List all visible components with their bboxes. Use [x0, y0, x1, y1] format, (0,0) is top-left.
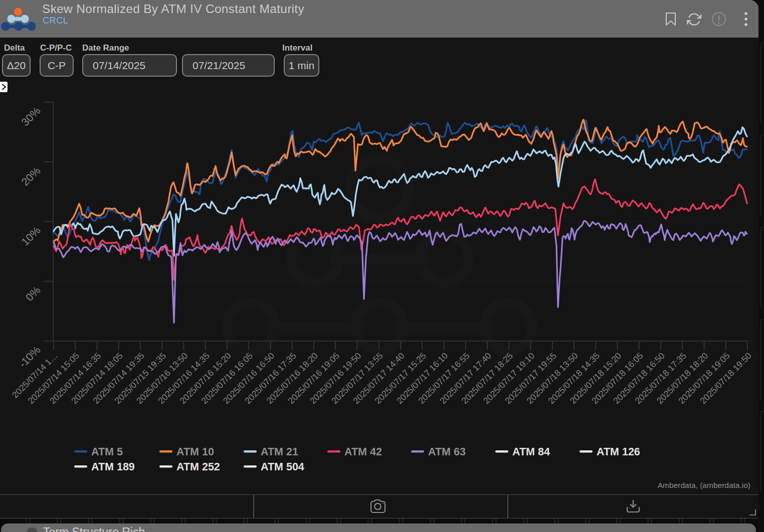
svg-text:ATM 10: ATM 10	[176, 446, 214, 458]
svg-text:ATM 126: ATM 126	[597, 446, 640, 458]
svg-text:10%: 10%	[19, 224, 43, 248]
svg-text:ATM 42: ATM 42	[344, 446, 382, 458]
svg-text:ATM 252: ATM 252	[176, 461, 220, 473]
svg-text:ATM 63: ATM 63	[428, 446, 466, 458]
svg-text:ATM 84: ATM 84	[512, 446, 550, 458]
svg-text:30%: 30%	[19, 105, 43, 128]
svg-text:ATM 504: ATM 504	[261, 461, 304, 473]
svg-text:20%: 20%	[19, 164, 43, 188]
svg-text:ATM 189: ATM 189	[91, 461, 135, 473]
svg-text:ATM 5: ATM 5	[91, 446, 123, 458]
svg-text:ATM 21: ATM 21	[261, 446, 298, 458]
svg-text:Amberdata, (amberdata.io): Amberdata, (amberdata.io)	[658, 481, 750, 489]
svg-text:0%: 0%	[24, 284, 43, 304]
